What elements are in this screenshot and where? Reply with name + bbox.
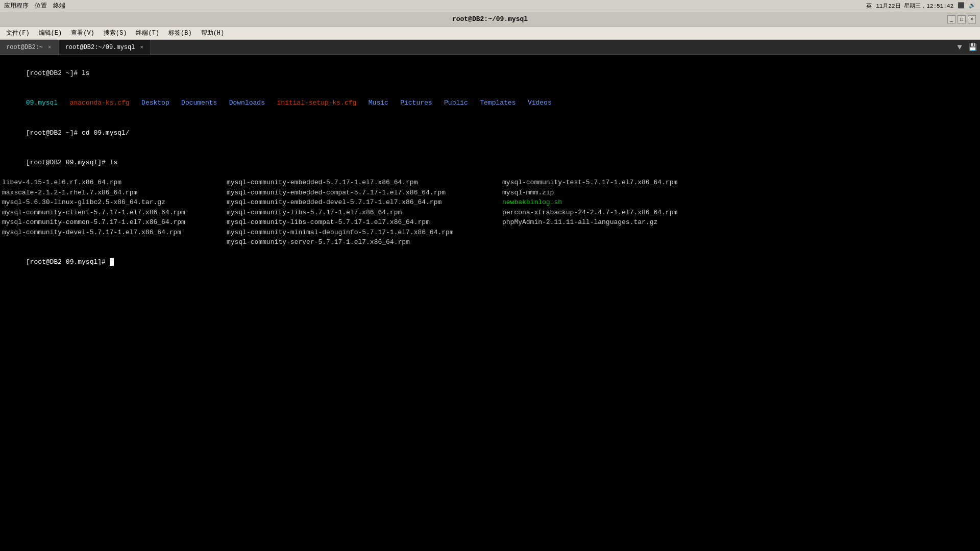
file-initial-setup: initial-setup-ks.cfg — [277, 99, 368, 107]
tab-1-label: root@DB2:~ — [6, 44, 43, 51]
file-mysql-devel: mysql-community-devel-5.7.17-1.el7.x86_6… — [2, 228, 227, 238]
file-mysql-client: mysql-community-client-5.7.17-1.el7.x86_… — [2, 208, 227, 218]
dir-documents: Documents — [181, 99, 229, 107]
minimize-button[interactable]: _ — [947, 15, 955, 23]
save-icon: 💾 — [968, 43, 977, 52]
file-col-1: libev-4.15-1.el6.rf.x86_64.rpm maxscale-… — [2, 178, 227, 247]
last-prompt: [root@DB2 09.mysql]# — [26, 258, 110, 266]
file-mysql56: mysql-5.6.30-linux-glibc2.5-x86_64.tar.g… — [2, 197, 227, 208]
maximize-button[interactable]: □ — [958, 15, 966, 23]
file-percona: percona-xtrabackup-24-2.4.7-1.el7.x86_64… — [502, 208, 706, 218]
cmd-ls-text: ls — [82, 69, 90, 77]
prompt-mysql: [root@DB2 09.mysql]# — [26, 159, 110, 166]
terminal-menu[interactable]: 终端 — [53, 2, 65, 10]
prompt-cd: [root@DB2 ~]# — [26, 129, 82, 137]
dir-music: Music — [369, 99, 400, 107]
menu-edit[interactable]: 编辑(E) — [35, 28, 66, 38]
menu-terminal[interactable]: 终端(T) — [132, 28, 163, 38]
cursor — [110, 258, 118, 266]
cmd-ls-mysql: [root@DB2 09.mysql]# ls — [2, 148, 978, 178]
position-menu[interactable]: 位置 — [35, 2, 47, 10]
file-mysql-libs: mysql-community-libs-5.7.17-1.el7.x86_64… — [227, 208, 502, 218]
tab-2-label: root@DB2:~/09.mysql — [65, 44, 135, 51]
window-controls[interactable]: _ □ × — [947, 15, 976, 23]
file-maxscale: maxscale-2.1.2-1.rhel.7.x86_64.rpm — [2, 188, 227, 198]
title-bar: root@DB2:~/09.mysql _ □ × — [0, 12, 980, 27]
tab-2[interactable]: root@DB2:~/09.mysql × — [59, 40, 151, 55]
cmd-ls-home: [root@DB2 ~]# ls — [2, 58, 978, 88]
tab-action-button[interactable]: ▼ — [954, 40, 965, 55]
file-mysql-common: mysql-community-common-5.7.17-1.el7.x86_… — [2, 217, 227, 228]
file-col-2: mysql-community-embedded-5.7.17-1.el7.x8… — [227, 178, 502, 247]
terminal-content[interactable]: [root@DB2 ~]# ls 09.mysql anaconda-ks.cf… — [0, 55, 980, 551]
last-prompt-line: [root@DB2 09.mysql]# — [2, 247, 978, 278]
menu-tags[interactable]: 标签(B) — [164, 28, 196, 38]
dir-videos: Videos — [528, 99, 552, 107]
tab-1-close[interactable]: × — [47, 44, 53, 51]
dir-public: Public — [444, 99, 480, 107]
tab-bar: root@DB2:~ × root@DB2:~/09.mysql × ▼ 💾 — [0, 40, 980, 55]
system-bar: 应用程序 位置 终端 英 11月22日 星期三，12:51:42 ⬛ 🔊 — [0, 0, 980, 12]
window-title: root@DB2:~/09.mysql — [452, 15, 528, 23]
file-mysql-embedded: mysql-community-embedded-5.7.17-1.el7.x8… — [227, 178, 502, 188]
file-newbak: newbakbinlog.sh — [502, 197, 706, 208]
volume-icon: 🔊 — [969, 2, 976, 10]
file-mysql-server: mysql-community-server-5.7.17-1.el7.x86_… — [227, 237, 502, 247]
dir-pictures: Pictures — [400, 99, 444, 107]
file-listing: libev-4.15-1.el6.rf.x86_64.rpm maxscale-… — [2, 178, 978, 247]
cmd-cd: [root@DB2 ~]# cd 09.mysql/ — [2, 118, 978, 148]
file-libev: libev-4.15-1.el6.rf.x86_64.rpm — [2, 178, 227, 188]
system-bar-right: 英 11月22日 星期三，12:51:42 ⬛ 🔊 — [866, 2, 976, 10]
tab-2-close[interactable]: × — [139, 44, 144, 51]
menu-help[interactable]: 帮助(H) — [197, 28, 229, 38]
file-mysql-mmm: mysql-mmm.zip — [502, 188, 706, 198]
file-mysql-libs-compat: mysql-community-libs-compat-5.7.17-1.el7… — [227, 217, 502, 228]
network-icon: ⬛ — [958, 2, 965, 10]
cmd-cd-text: cd 09.mysql/ — [82, 129, 130, 137]
file-mysql-test: mysql-community-test-5.7.17-1.el7.x86_64… — [502, 178, 706, 188]
dir-templates: Templates — [480, 99, 528, 107]
system-bar-left: 应用程序 位置 终端 — [4, 2, 65, 10]
file-mysql-embedded-compat: mysql-community-embedded-compat-5.7.17-1… — [227, 188, 502, 198]
ls-home-output: 09.mysql anaconda-ks.cfg Desktop Documen… — [2, 88, 978, 118]
menu-view[interactable]: 查看(V) — [67, 28, 99, 38]
file-mysql-minimal: mysql-community-minimal-debuginfo-5.7.17… — [227, 228, 502, 238]
file-anaconda: anaconda-ks.cfg — [70, 99, 141, 107]
app-menu[interactable]: 应用程序 — [4, 2, 29, 10]
menu-file[interactable]: 文件(F) — [2, 28, 34, 38]
prompt-home: [root@DB2 ~]# — [26, 69, 82, 77]
close-button[interactable]: × — [968, 15, 976, 23]
file-col-3: mysql-community-test-5.7.17-1.el7.x86_64… — [502, 178, 706, 247]
dir-downloads: Downloads — [229, 99, 277, 107]
tab-1[interactable]: root@DB2:~ × — [0, 40, 59, 55]
new-tab-button[interactable]: 💾 — [965, 40, 980, 55]
datetime: 11月22日 星期三，12:51:42 — [876, 2, 953, 10]
cmd-ls-mysql-text: ls — [110, 159, 118, 166]
menu-search[interactable]: 搜索(S) — [100, 28, 131, 38]
file-mysql-embedded-devel: mysql-community-embedded-devel-5.7.17-1.… — [227, 197, 502, 208]
dir-09mysql: 09.mysql — [26, 99, 70, 107]
dir-desktop: Desktop — [141, 99, 181, 107]
menu-bar: 文件(F) 编辑(E) 查看(V) 搜索(S) 终端(T) 标签(B) 帮助(H… — [0, 27, 980, 40]
file-phpmyadmin: phpMyAdmin-2.11.11-all-languages.tar.gz — [502, 217, 706, 228]
input-method: 英 — [866, 2, 872, 10]
terminal-window: root@DB2:~/09.mysql _ □ × 文件(F) 编辑(E) 查看… — [0, 12, 980, 551]
